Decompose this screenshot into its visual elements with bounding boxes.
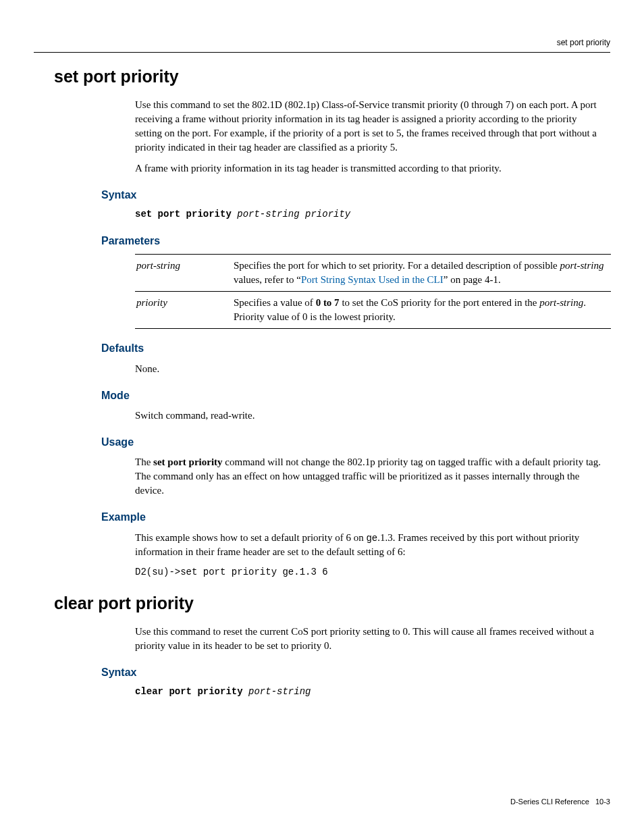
parameters-heading: Parameters [101,234,610,249]
param-desc: Specifies a value of 0 to 7 to set the C… [230,292,611,329]
footer-page-number: 10-3 [595,798,610,806]
syntax-args: port-string priority [237,209,350,219]
header-right-text: set port priority [557,38,610,47]
mode-text: Switch command, read-write. [135,409,603,423]
param-row-priority: priority Specifies a value of 0 to 7 to … [135,292,611,329]
mode-heading: Mode [101,388,610,403]
intro-paragraph-2: A frame with priority information in its… [135,161,603,176]
section-title-set-port-priority: set port priority [54,65,610,88]
defaults-text: None. [135,362,603,376]
example-heading: Example [101,510,610,525]
param-name: port-string [135,255,230,292]
param-name: priority [135,292,230,329]
section-title-clear-port-priority: clear port priority [54,592,610,615]
example-paragraph: This example shows how to set a default … [135,531,603,560]
syntax-command-clear: clear port priority [135,686,243,697]
param-row-port-string: port-string Specifies the port for which… [135,255,611,292]
footer-doc-title: D-Series CLI Reference [510,798,589,806]
clear-intro-paragraph: Use this command to reset the current Co… [135,625,603,653]
syntax-command: set port priority [135,209,232,219]
syntax-args-clear: port-string [248,686,311,697]
param-desc: Specifies the port for which to set prio… [230,255,611,292]
page-header: set port priority [34,37,610,53]
example-code: D2(su)->set port priority ge.1.3 6 [135,566,610,579]
page-footer: D-Series CLI Reference 10-3 [510,797,610,807]
intro-paragraph-1: Use this command to set the 802.1D (802.… [135,98,603,155]
syntax-code: set port priority port-string priority [135,208,610,221]
syntax-heading-clear: Syntax [101,665,610,680]
usage-heading: Usage [101,435,610,450]
defaults-heading: Defaults [101,341,610,356]
syntax-heading: Syntax [101,188,610,203]
parameters-table: port-string Specifies the port for which… [135,254,611,329]
syntax-code-clear: clear port priority port-string [135,685,610,699]
usage-paragraph: The set port priority command will not c… [135,455,603,498]
port-string-syntax-link[interactable]: Port String Syntax Used in the CLI [301,274,444,285]
